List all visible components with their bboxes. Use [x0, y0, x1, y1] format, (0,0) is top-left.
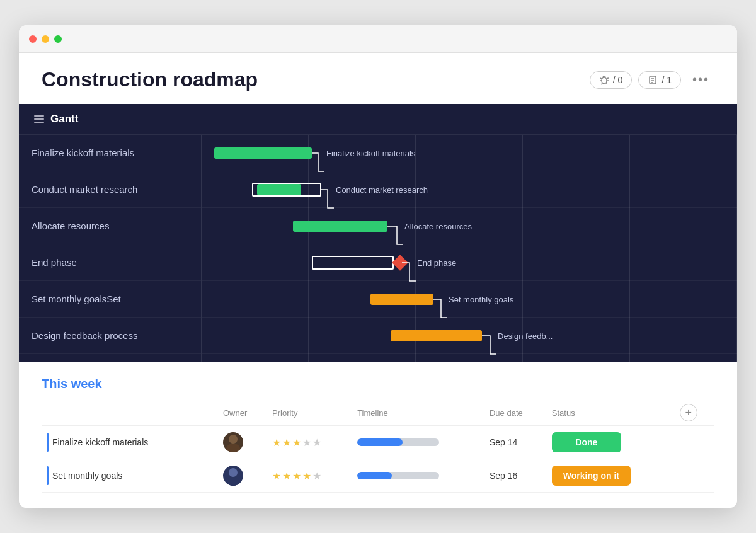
star-2-5: ★: [312, 470, 321, 482]
maximize-button[interactable]: [54, 35, 62, 43]
bug-icon: [599, 75, 609, 85]
close-button[interactable]: [29, 35, 37, 43]
gantt-body: Finalize kickoff materials Conduct marke…: [19, 135, 737, 362]
gantt-row-5: Set monthly goals: [202, 281, 737, 318]
bug-count-button[interactable]: / 0: [590, 71, 633, 89]
task-name-cell: Finalize kickoff materials: [42, 426, 218, 459]
col-header-name: [42, 400, 218, 426]
star-1-4: ★: [302, 437, 311, 449]
status-cell-1: Done: [547, 426, 675, 459]
gantt-label-row: Set monthly goalsSet: [19, 281, 201, 318]
star-2-1: ★: [272, 470, 281, 482]
add-column-button[interactable]: +: [680, 404, 697, 421]
gantt-bar-label-5: Set monthly goals: [449, 294, 513, 304]
task-count-label: / 1: [662, 75, 672, 85]
avatar-img-2: [223, 466, 243, 486]
table-row: Set monthly goals ★: [42, 459, 714, 493]
timeline-bar-1: [357, 438, 439, 446]
star-1-1: ★: [272, 437, 281, 449]
task-name-1: Finalize kickoff materials: [52, 437, 148, 447]
col-header-owner: Owner: [218, 400, 267, 426]
status-badge-2: Working on it: [552, 466, 631, 486]
gantt-rows: Finalize kickoff materials Conduct marke…: [202, 135, 737, 362]
timeline-fill-1: [357, 438, 403, 446]
task-table: Owner Priority Timeline Due date Status …: [42, 400, 714, 493]
owner-cell-1: [218, 426, 267, 459]
connector-svg-4: [202, 244, 737, 280]
action-cell-1: [675, 426, 714, 459]
minimize-button[interactable]: [42, 35, 49, 43]
col-header-timeline: Timeline: [352, 400, 484, 426]
gantt-bar-label-1: Finalize kickoff materials: [326, 148, 415, 158]
titlebar: [19, 25, 737, 53]
star-2-4: ★: [302, 470, 311, 482]
page-title: Construction roadmap: [42, 68, 258, 91]
gantt-labels: Finalize kickoff materials Conduct marke…: [19, 135, 202, 362]
section-title: This week: [42, 377, 714, 391]
gantt-label-row: Conduct market research: [19, 171, 201, 208]
star-1-3: ★: [292, 437, 301, 449]
task-name-cell: Set monthly goals: [42, 459, 218, 493]
avatar-1: [223, 432, 243, 452]
svg-point-4: [229, 468, 238, 477]
more-icon: •••: [692, 72, 709, 86]
hamburger-icon[interactable]: [34, 115, 44, 123]
app-window: Construction roadmap / 0 / 1 •••: [19, 25, 737, 508]
table-row: Finalize kickoff materials: [42, 426, 714, 459]
gantt-bar-finalize[interactable]: [214, 147, 312, 159]
gantt-bar-design[interactable]: [391, 330, 482, 341]
star-2-2: ★: [282, 470, 291, 482]
header-actions: / 0 / 1 •••: [590, 70, 714, 89]
gantt-outline-4: [312, 256, 394, 270]
gantt-bar-label-3: Allocate resources: [404, 221, 472, 231]
timeline-bar-2: [357, 472, 439, 479]
avatar-2: [223, 466, 243, 486]
task-count-button[interactable]: / 1: [638, 71, 681, 89]
priority-cell-1: ★ ★ ★ ★ ★: [267, 426, 352, 459]
stars-1: ★ ★ ★ ★ ★: [272, 437, 347, 449]
gantt-bar-goals[interactable]: [370, 294, 433, 305]
priority-cell-2: ★ ★ ★ ★ ★: [267, 459, 352, 493]
stars-2: ★ ★ ★ ★ ★: [272, 470, 347, 482]
col-header-priority: Priority: [267, 400, 352, 426]
gantt-row-1: Finalize kickoff materials: [202, 135, 737, 171]
due-date-cell-1: Sep 14: [484, 426, 547, 459]
bug-count-label: / 0: [613, 75, 623, 85]
due-date-cell-2: Sep 16: [484, 459, 547, 493]
table-header-row: Owner Priority Timeline Due date Status …: [42, 400, 714, 426]
gantt-bar-market[interactable]: [257, 184, 301, 195]
gantt-bar-allocate[interactable]: [293, 221, 387, 232]
status-badge-1: Done: [552, 432, 621, 452]
more-options-button[interactable]: •••: [687, 70, 714, 89]
task-icon: [648, 75, 658, 85]
task-indicator-2: [47, 466, 49, 485]
col-header-due-date: Due date: [484, 400, 547, 426]
gantt-label-row: Design feedback process: [19, 318, 201, 354]
status-cell-2: Working on it: [547, 459, 675, 493]
page-header: Construction roadmap / 0 / 1 •••: [19, 53, 737, 104]
gantt-section: Gantt Finalize kickoff materials Conduct…: [19, 104, 737, 362]
timeline-fill-2: [357, 472, 392, 479]
gantt-label-row: Allocate resources: [19, 208, 201, 244]
star-2-3: ★: [292, 470, 301, 482]
task-name-2: Set monthly goals: [52, 471, 122, 481]
svg-point-2: [229, 435, 238, 444]
star-1-2: ★: [282, 437, 291, 449]
gantt-row-3: Allocate resources: [202, 208, 737, 244]
svg-point-5: [226, 477, 240, 486]
gantt-bar-label-2: Conduct market research: [336, 185, 428, 194]
gantt-row-2: Conduct market research: [202, 171, 737, 208]
gantt-bar-label-6: Design feedb...: [498, 331, 553, 340]
svg-point-0: [602, 77, 607, 84]
col-header-add: +: [675, 400, 714, 426]
gantt-row-4: End phase: [202, 244, 737, 281]
gantt-label: Gantt: [50, 113, 78, 125]
gantt-label-row: End phase: [19, 244, 201, 281]
gantt-milestone-4: [392, 255, 408, 270]
col-header-status: Status: [547, 400, 675, 426]
timeline-cell-2: [352, 459, 484, 493]
gantt-row-6: Design feedb...: [202, 318, 737, 354]
timeline-cell-1: [352, 426, 484, 459]
table-section: This week Owner Priority Timeline Due da…: [19, 362, 737, 508]
gantt-chart: Finalize kickoff materials Conduct marke…: [202, 135, 737, 362]
